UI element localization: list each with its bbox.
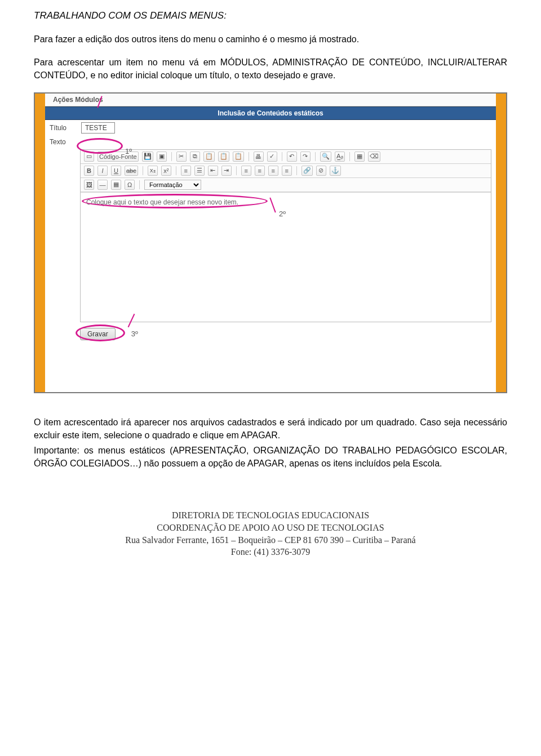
replace-icon[interactable]: A̲ᵦ [335,152,345,162]
titulo-row: Título TESTE [45,120,496,136]
justify-icon[interactable]: ≡ [282,166,292,176]
footer-line-4: Fone: (41) 3376-3079 [34,546,507,558]
editor-area: ▭ Código-Fonte 💾 ▣ ✂ ⧉ 📋 📋 📋 🖶 ✓ ↶ ↷ [80,149,491,322]
toolbar-row-3: 🖼 — ▦ Ω Formatação [81,178,491,192]
link-icon[interactable]: 🔗 [301,166,313,176]
explain-para-1: O item acrescentado irá aparecer nos arq… [34,416,507,442]
blue-title-bar: Inclusão de Conteúdos estáticos [45,106,496,120]
embedded-screenshot: Ações Módulos Inclusão de Conteúdos está… [34,92,507,393]
explain-para-2: Importante: os menus estáticos (APRESENT… [34,444,507,470]
preview-icon[interactable]: ▣ [157,152,167,162]
select-all-icon[interactable]: ▦ [354,152,365,162]
align-left-icon[interactable]: ≡ [241,166,251,176]
anchor-icon[interactable]: ⚓ [330,166,341,176]
remove-format-icon[interactable]: ⌫ [368,152,380,162]
new-doc-icon[interactable]: ▭ [84,152,94,162]
annotation-oval-2 [82,194,268,208]
intro-para-1: Para fazer a edição dos outros itens do … [34,33,507,46]
italic-icon[interactable]: I [97,166,108,176]
indent-icon[interactable]: ⇥ [221,166,232,176]
toolbar-row-2: B I U abc x₂ x² ≡ ☰ ⇤ ⇥ ≡ ≡ ≡ ≡ [81,164,491,178]
print-icon[interactable]: 🖶 [254,152,264,162]
intro-para-2: Para acrescentar um item no menu vá em M… [34,56,507,82]
spellcheck-icon[interactable]: ✓ [267,152,277,162]
align-center-icon[interactable]: ≡ [255,166,265,176]
titulo-label: Título [50,124,81,132]
outdent-icon[interactable]: ⇤ [208,166,218,176]
step-number-1: 1º [125,147,132,155]
ol-icon[interactable]: ≡ [181,166,191,176]
footer-line-1: DIRETORIA DE TECNOLOGIAS EDUCACIONAIS [34,509,507,522]
titulo-input[interactable]: TESTE [81,122,115,134]
strike-icon[interactable]: abc [125,166,138,176]
screenshot-inner: Ações Módulos Inclusão de Conteúdos está… [35,94,506,392]
undo-icon[interactable]: ↶ [287,152,297,162]
footer-line-3: Rua Salvador Ferrante, 1651 – Boqueirão … [34,534,507,546]
bold-icon[interactable]: B [84,166,94,176]
redo-icon[interactable]: ↷ [300,152,311,162]
underline-icon[interactable]: U [111,166,121,176]
unlink-icon[interactable]: ⊘ [316,166,326,176]
source-button[interactable]: Código-Fonte [97,152,139,162]
paste-plain-icon[interactable]: 📋 [233,152,244,162]
paste-word-icon[interactable]: 📋 [218,152,229,162]
save-icon[interactable]: 💾 [142,152,153,162]
footer-line-2: COORDENAÇÃO DE APOIO AO USO DE TECNOLOGI… [34,522,507,534]
texto-row: Texto [45,136,496,148]
step-number-3: 3º [131,330,138,338]
image-icon[interactable]: 🖼 [84,180,94,190]
cut-icon[interactable]: ✂ [176,152,187,162]
step-number-2: 2º [279,210,286,218]
superscript-icon[interactable]: x² [161,166,171,176]
format-select[interactable]: Formatação [144,180,201,190]
bottom-bar: Gravar 3º [45,326,496,344]
align-right-icon[interactable]: ≡ [268,166,278,176]
annotation-arrow-2 [269,197,276,212]
special-char-icon[interactable]: Ω [125,180,135,190]
section-heading: TRABALHANDO COM OS DEMAIS MENUS: [34,10,507,21]
annotation-oval-3 [76,324,125,341]
ul-icon[interactable]: ☰ [194,166,205,176]
toolbar-row-1: ▭ Código-Fonte 💾 ▣ ✂ ⧉ 📋 📋 📋 🖶 ✓ ↶ ↷ [81,150,491,164]
menu-strip: Ações Módulos [45,94,496,106]
texto-label: Texto [50,138,81,146]
editor-body[interactable]: Coloque aqui o texto que desejar nesse n… [81,192,491,322]
subscript-icon[interactable]: x₂ [148,166,158,176]
paste-icon[interactable]: 📋 [203,152,215,162]
find-icon[interactable]: 🔍 [320,152,331,162]
table-icon[interactable]: ▦ [111,180,121,190]
hr-icon[interactable]: — [97,180,108,190]
footer: DIRETORIA DE TECNOLOGIAS EDUCACIONAIS CO… [34,509,507,558]
copy-icon[interactable]: ⧉ [190,152,200,162]
